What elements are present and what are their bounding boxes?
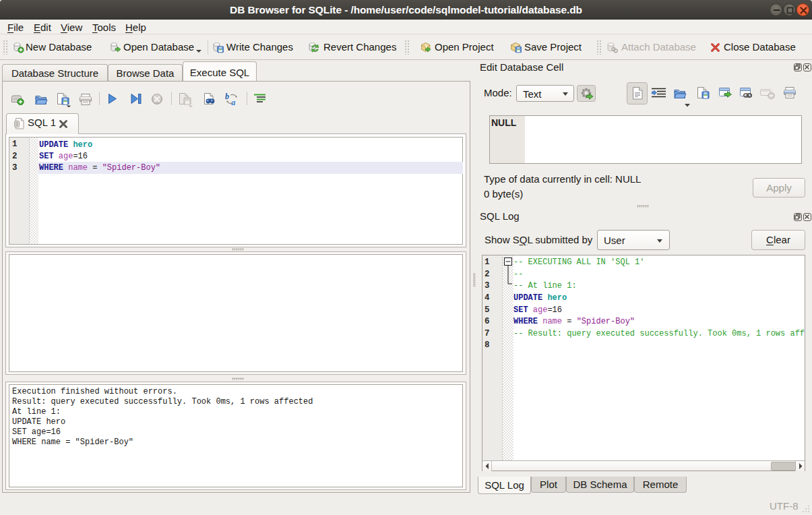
- svg-text:a: a: [231, 97, 236, 107]
- svg-text:b: b: [225, 92, 229, 101]
